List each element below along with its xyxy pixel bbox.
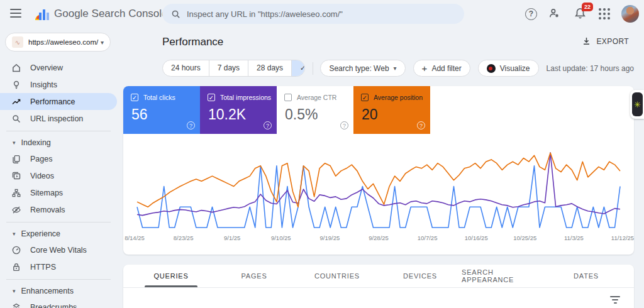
sidebar-item-overview[interactable]: Overview: [0, 59, 117, 76]
add-filter-chip[interactable]: + Add filter: [413, 60, 470, 77]
magnifier-icon: [11, 114, 21, 124]
total-impressions-card[interactable]: ✓ Total impressions 10.2K ?: [200, 86, 277, 134]
google-apps-grid-icon[interactable]: [599, 8, 610, 19]
sidebar-item-performance[interactable]: Performance: [0, 93, 117, 110]
dimension-tabs: QUERIES PAGES COUNTRIES DEVICES SEARCH A…: [123, 265, 634, 288]
search-console-logo-icon: [33, 5, 50, 23]
x-tick-label: 8/23/25: [174, 234, 194, 241]
sidebar-section-enhancements[interactable]: ▾ Enhancements: [0, 283, 117, 299]
sidebar-item-pages[interactable]: Pages: [0, 150, 117, 167]
x-tick-label: 10/16/25: [465, 234, 488, 241]
url-inspect-input[interactable]: [187, 9, 455, 19]
caret-down-icon: ▾: [13, 231, 16, 237]
sidebar-item-insights[interactable]: Insights: [0, 76, 117, 93]
performance-panel: ✓ Total clicks 56 ? ✓ Total impressions …: [123, 86, 634, 255]
x-tick-label: 9/10/25: [271, 234, 291, 241]
x-tick-label: 10/7/25: [418, 234, 438, 241]
total-clicks-card[interactable]: ✓ Total clicks 56 ?: [123, 86, 200, 134]
speedometer-icon: [11, 245, 21, 255]
user-settings-icon[interactable]: [548, 8, 562, 20]
tab-dates[interactable]: DATES: [545, 265, 628, 287]
range-24-hours[interactable]: 24 hours: [163, 60, 209, 76]
sidebar-divider: [6, 279, 111, 280]
account-avatar[interactable]: [621, 5, 639, 23]
visualize-extension-icon: [487, 64, 496, 73]
property-favicon: ∿: [12, 36, 23, 48]
metric-value: 56: [131, 106, 148, 123]
metric-value: 10.2K: [208, 106, 246, 123]
tab-devices[interactable]: DEVICES: [379, 265, 462, 287]
caret-down-icon: ▾: [13, 140, 16, 146]
lock-icon: [11, 262, 21, 272]
range-3-months-selected[interactable]: ✓3 months: [291, 60, 305, 76]
performance-chart[interactable]: [135, 141, 623, 233]
sidebar-section-experience[interactable]: ▾ Experience: [0, 226, 117, 241]
checkbox-checked-icon[interactable]: ✓: [361, 94, 369, 101]
filter-bar: 24 hours 7 days 28 days ✓3 months More ▾…: [162, 60, 634, 77]
help-icon[interactable]: ?: [525, 8, 537, 20]
performance-trend-icon: [11, 97, 21, 107]
filter-divider: [313, 62, 313, 75]
caret-down-icon: ▾: [13, 288, 16, 294]
sidebar: ∿ https://aweleseo.com/ ▾ Overview Insig…: [0, 28, 117, 308]
notification-badge: 22: [582, 3, 593, 11]
range-7-days[interactable]: 7 days: [209, 60, 248, 76]
extension-asterisk-icon[interactable]: ✳: [632, 92, 643, 116]
help-circle-icon[interactable]: ?: [187, 121, 195, 129]
x-tick-label: 9/19/25: [320, 234, 340, 241]
range-28-days[interactable]: 28 days: [248, 60, 291, 76]
checkbox-checked-icon[interactable]: ✓: [208, 94, 215, 101]
sidebar-item-https[interactable]: HTTPS: [0, 258, 117, 275]
export-button[interactable]: EXPORT: [582, 36, 629, 46]
x-tick-label: 9/1/25: [224, 234, 240, 241]
average-position-card[interactable]: ✓ Average position 20 ?: [353, 86, 430, 134]
dimensions-panel: QUERIES PAGES COUNTRIES DEVICES SEARCH A…: [123, 265, 634, 308]
help-circle-icon[interactable]: ?: [417, 121, 425, 129]
tab-search-appearance[interactable]: SEARCH APPEARANCE: [462, 265, 545, 287]
breadcrumbs-icon: [11, 302, 21, 308]
last-update-text: Last update: 17 hours ago: [547, 64, 634, 73]
sidebar-item-videos[interactable]: Videos: [0, 167, 117, 184]
plus-icon: +: [422, 63, 428, 74]
sidebar-section-indexing[interactable]: ▾ Indexing: [0, 135, 117, 150]
checkbox-checked-icon[interactable]: ✓: [131, 94, 138, 101]
check-icon: ✓: [300, 64, 305, 72]
visualize-button[interactable]: Visualize: [478, 60, 539, 77]
sidebar-divider: [6, 222, 111, 223]
property-url: https://aweleseo.com/: [28, 38, 101, 46]
app-title: Google Search Console: [54, 8, 168, 20]
search-type-chip[interactable]: Search type: Web ▾: [320, 60, 405, 77]
sidebar-item-sitemaps[interactable]: Sitemaps: [0, 184, 117, 201]
hamburger-menu-icon[interactable]: [10, 9, 21, 18]
metric-value: 0.5%: [285, 106, 318, 123]
metric-cards: ✓ Total clicks 56 ? ✓ Total impressions …: [123, 86, 430, 134]
x-tick-label: 11/3/25: [564, 234, 584, 241]
sidebar-item-removals[interactable]: Removals: [0, 201, 117, 218]
pages-icon: [11, 154, 21, 164]
download-icon: [582, 36, 591, 46]
chart-x-axis: 8/14/258/23/259/1/259/10/259/19/259/28/2…: [135, 234, 623, 243]
sidebar-divider: [6, 131, 111, 131]
checkbox-unchecked-icon[interactable]: [284, 94, 292, 101]
date-range-segmented-control: 24 hours 7 days 28 days ✓3 months More ▾: [162, 60, 305, 77]
sidebar-item-core-web-vitals[interactable]: Core Web Vitals: [0, 241, 117, 258]
sidebar-item-breadcrumbs[interactable]: Breadcrumbs: [0, 299, 117, 308]
property-selector[interactable]: ∿ https://aweleseo.com/ ▾: [5, 33, 111, 52]
filter-list-icon[interactable]: [610, 296, 620, 304]
tab-queries[interactable]: QUERIES: [130, 265, 213, 287]
tab-countries[interactable]: COUNTRIES: [296, 265, 379, 287]
metric-value: 20: [362, 106, 378, 123]
help-circle-icon[interactable]: ?: [264, 121, 272, 129]
lightbulb-icon: [11, 80, 21, 90]
x-tick-label: 9/28/25: [369, 234, 389, 241]
x-tick-label: 11/12/25: [611, 234, 634, 241]
search-icon: [171, 9, 180, 19]
notifications-bell-icon[interactable]: 22: [574, 7, 587, 21]
sitemaps-icon: [11, 188, 21, 198]
average-ctr-card[interactable]: Average CTR 0.5% ?: [277, 86, 353, 134]
url-inspect-searchbar[interactable]: [162, 4, 464, 24]
tab-pages[interactable]: PAGES: [213, 265, 296, 287]
x-tick-label: 8/14/25: [125, 234, 145, 241]
sidebar-item-url-inspection[interactable]: URL inspection: [0, 110, 117, 127]
help-circle-icon[interactable]: ?: [340, 121, 348, 129]
